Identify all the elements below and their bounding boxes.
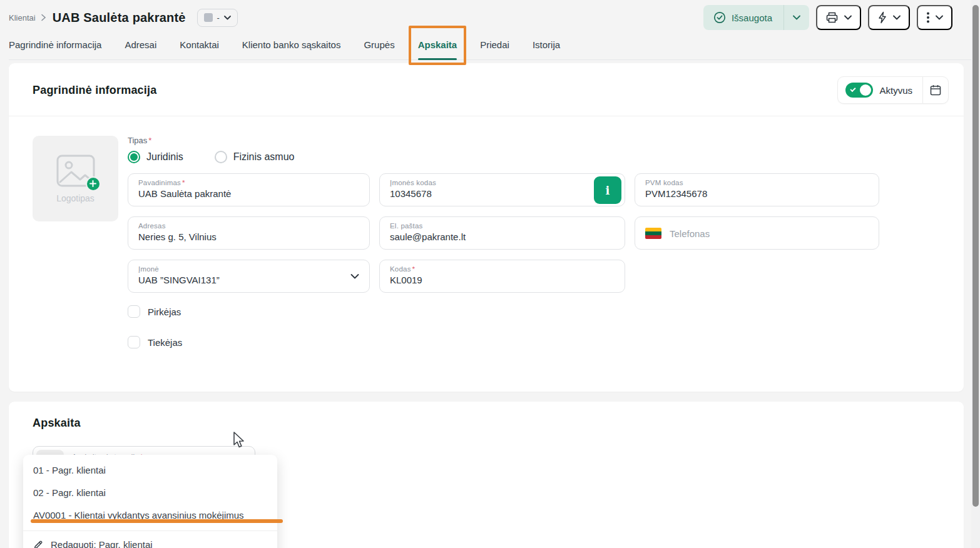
required-marker: * <box>182 179 185 186</box>
chevron-down-icon[interactable] <box>350 273 359 279</box>
tab-bar: Pagrindinė informacija Adresai Kontaktai… <box>9 31 971 60</box>
required-marker: * <box>148 136 151 145</box>
active-toggle-label: Aktyvus <box>879 85 912 96</box>
chevron-down-icon <box>936 15 943 20</box>
printer-icon <box>825 11 839 24</box>
el-pastas-value: saule@pakrante.lt <box>390 231 615 242</box>
card-title: Pagrindinė informacija <box>33 84 156 97</box>
top-actions: Išsaugota <box>703 5 952 30</box>
imone-label: Įmonė <box>138 265 359 273</box>
tab-grupes[interactable]: Grupės <box>364 31 394 59</box>
top-bar: Klientai UAB Saulėta pakrantė - Išsaugot… <box>0 0 980 30</box>
annotation-underline <box>31 519 283 523</box>
calendar-icon <box>929 84 942 96</box>
more-menu-button[interactable] <box>917 5 952 30</box>
active-toggle-group: Aktyvus <box>837 76 949 104</box>
radio-juridinis[interactable]: Juridinis <box>128 151 183 163</box>
variant-dash: - <box>217 13 220 23</box>
imones-kodas-label: Įmonės kodas <box>390 179 615 186</box>
adresas-value: Neries g. 5, Vilnius <box>138 231 359 242</box>
logo-upload[interactable]: Logotipas <box>33 136 118 221</box>
el-pastas-label: El. paštas <box>390 222 615 230</box>
breadcrumb-chevron-icon <box>41 14 46 21</box>
pavadinimas-value: UAB Saulėta pakrantė <box>138 188 359 199</box>
pvm-kodas-field[interactable]: PVM kodas PVM12345678 <box>635 173 879 206</box>
color-swatch <box>204 13 213 22</box>
print-dropdown-button[interactable] <box>816 5 861 30</box>
pvm-kodas-value: PVM12345678 <box>645 188 869 199</box>
color-variant-dropdown[interactable]: - <box>197 9 238 27</box>
main-info-card: Pagrindinė informacija Aktyvus Logotipas <box>9 63 964 392</box>
scrollbar-thumb[interactable] <box>972 5 979 507</box>
radio-unselected-icon[interactable] <box>215 151 227 163</box>
chevron-down-icon <box>893 15 901 20</box>
checkbox-unchecked-icon[interactable] <box>128 336 140 348</box>
check-circle-icon <box>713 11 726 24</box>
pavadinimas-field[interactable]: Pavadinimas* UAB Saulėta pakrantė <box>128 173 370 206</box>
accounting-title: Apskaita <box>33 417 949 430</box>
active-toggle[interactable]: Aktyvus <box>838 77 922 103</box>
saved-label: Išsaugota <box>732 13 772 23</box>
dropdown-edit-action[interactable]: Redaguoti: Pagr. klientai <box>23 534 277 548</box>
imones-kodas-value: 10345678 <box>390 188 615 199</box>
adresas-label: Adresas <box>138 222 359 230</box>
type-label: Tipas* <box>128 136 949 145</box>
dropdown-option-01[interactable]: 01 - Pagr. klientai <box>23 459 277 482</box>
lightning-icon <box>877 11 887 24</box>
chevron-down-icon <box>793 15 800 20</box>
adresas-field[interactable]: Adresas Neries g. 5, Vilnius <box>128 216 370 250</box>
add-logo-icon[interactable] <box>86 176 101 191</box>
checkbox-tiekejas[interactable]: Tiekėjas <box>128 336 949 348</box>
actions-dropdown-button[interactable] <box>868 5 910 30</box>
active-tab-underline <box>418 58 457 60</box>
info-icon: i <box>606 184 610 197</box>
dropdown-option-02[interactable]: 02 - Pagr. klientai <box>23 482 277 504</box>
el-pastas-field[interactable]: El. paštas saule@pakrante.lt <box>379 216 625 250</box>
imone-value: UAB ”SINGVAI131” <box>138 275 359 285</box>
telefonas-field[interactable]: Telefonas <box>635 216 879 250</box>
chevron-down-icon <box>224 16 231 20</box>
kebab-menu-icon <box>926 11 930 24</box>
lithuania-flag-icon <box>645 228 661 239</box>
dropdown-divider <box>23 530 277 531</box>
tab-apskaita[interactable]: Apskaita <box>418 31 457 59</box>
tab-adresai[interactable]: Adresai <box>125 31 156 59</box>
chevron-down-icon <box>844 15 852 20</box>
toggle-switch-on[interactable] <box>845 83 873 98</box>
dropdown-option-av0001[interactable]: AV0001 - Klientai vykdantys avansinius m… <box>23 504 277 527</box>
breadcrumb[interactable]: Klientai <box>9 13 36 23</box>
saved-dropdown-arrow[interactable] <box>783 5 809 30</box>
pencil-icon <box>33 540 43 548</box>
tab-priedai[interactable]: Priedai <box>480 31 509 59</box>
required-marker: * <box>412 265 416 273</box>
pvm-kodas-label: PVM kodas <box>645 179 869 186</box>
kodas-value: KL0019 <box>390 275 615 285</box>
company-info-button[interactable]: i <box>594 176 621 204</box>
page-title: UAB Saulėta pakrantė <box>53 11 186 25</box>
radio-fizinis-asmuo[interactable]: Fizinis asmuo <box>215 151 295 163</box>
tab-pagrindine-informacija[interactable]: Pagrindinė informacija <box>9 31 101 59</box>
tab-kontaktai[interactable]: Kontaktai <box>180 31 219 59</box>
category-dropdown-menu: 01 - Pagr. klientai 02 - Pagr. klientai … <box>23 455 277 548</box>
imones-kodas-field[interactable]: Įmonės kodas 10345678 i <box>379 173 625 206</box>
logo-label: Logotipas <box>56 193 94 203</box>
image-placeholder-icon <box>56 155 95 187</box>
imone-select-field[interactable]: Įmonė UAB ”SINGVAI131” <box>128 260 370 293</box>
calendar-button[interactable] <box>922 77 948 103</box>
kodas-field[interactable]: Kodas* KL0019 <box>379 260 625 293</box>
saved-split-button[interactable]: Išsaugota <box>703 5 809 30</box>
telefonas-placeholder: Telefonas <box>670 228 710 239</box>
checkbox-pirkejas[interactable]: Pirkėjas <box>128 305 949 318</box>
checkbox-unchecked-icon[interactable] <box>128 305 140 318</box>
tab-istorija[interactable]: Istorija <box>533 31 560 59</box>
radio-selected-icon[interactable] <box>128 151 140 163</box>
tab-kliento-banko-saskaitos[interactable]: Kliento banko sąskaitos <box>242 31 341 59</box>
